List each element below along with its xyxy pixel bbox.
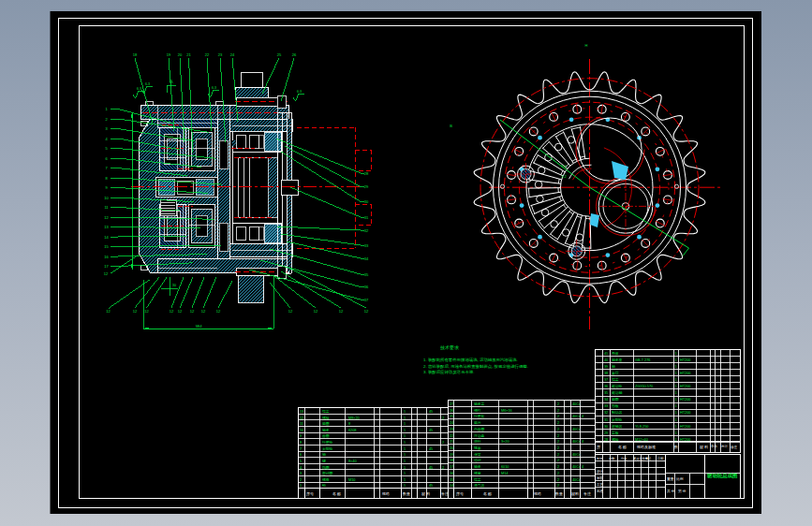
svg-text:分区: 分区: [621, 457, 627, 460]
svg-text:41: 41: [604, 352, 608, 356]
svg-text:驱动轴: 驱动轴: [611, 390, 623, 395]
svg-text:4: 4: [300, 466, 302, 470]
svg-text:2: 2: [557, 440, 559, 444]
svg-text:数: 数: [674, 445, 678, 449]
svg-text:2: 2: [557, 446, 559, 450]
svg-text:22: 22: [205, 52, 210, 57]
svg-text:太阳轮: 太阳轮: [612, 417, 623, 422]
svg-text:12: 12: [170, 309, 174, 314]
svg-text:32: 32: [604, 411, 608, 415]
svg-text:总计: 总计: [720, 445, 728, 448]
svg-text:1: 1: [675, 418, 677, 422]
svg-text:轴承: 轴承: [474, 464, 481, 469]
svg-text:2: 2: [557, 484, 559, 488]
svg-text:12: 12: [314, 309, 318, 314]
svg-text:1: 1: [404, 466, 406, 470]
svg-text:24: 24: [450, 421, 453, 425]
svg-text:设计: 设计: [597, 469, 604, 474]
svg-text:8×40: 8×40: [348, 460, 357, 463]
svg-text:1: 1: [675, 431, 677, 435]
svg-text:38: 38: [604, 372, 608, 375]
svg-text:12: 12: [104, 271, 109, 276]
svg-text:1: 1: [404, 447, 406, 451]
svg-text:轴: 轴: [612, 364, 615, 369]
svg-text:31: 31: [364, 215, 369, 220]
svg-text:联轴器: 联轴器: [612, 424, 623, 429]
svg-text:1: 1: [675, 411, 677, 415]
svg-text:34: 34: [364, 256, 369, 261]
svg-text:行星架: 行星架: [474, 414, 485, 418]
svg-text:4: 4: [582, 465, 583, 469]
svg-text:驱动轮: 驱动轮: [611, 384, 623, 388]
svg-text:端盖: 端盖: [612, 377, 619, 382]
svg-text:标记: 标记: [596, 457, 603, 460]
svg-text:39: 39: [604, 365, 608, 369]
svg-text:1: 1: [404, 422, 406, 426]
svg-text:15: 15: [450, 478, 453, 482]
svg-text:1: 1: [404, 472, 406, 475]
svg-text:35: 35: [604, 391, 608, 395]
svg-text:12: 12: [216, 309, 221, 314]
svg-text:10: 10: [300, 429, 303, 432]
svg-text:1. 装配前所有零件用煤油清洗, 滚动轴承用汽油清洗.: 1. 装配前所有零件用煤油清洗, 滚动轴承用汽油清洗.: [423, 358, 518, 362]
svg-text:6010: 6010: [501, 465, 509, 469]
svg-text:1: 1: [675, 358, 677, 362]
svg-text:32: 32: [364, 228, 369, 233]
svg-text:油封: 油封: [474, 458, 481, 462]
svg-text:45: 45: [429, 484, 433, 488]
svg-text:套筒: 套筒: [612, 371, 619, 375]
svg-text:21: 21: [186, 52, 191, 57]
svg-text:26: 26: [292, 52, 297, 57]
svg-text:35: 35: [364, 272, 369, 277]
svg-text:签名: 签名: [645, 457, 651, 460]
svg-text:螺钉: 螺钉: [474, 408, 481, 413]
svg-text:键: 键: [321, 459, 326, 463]
svg-text:384: 384: [196, 324, 203, 329]
svg-text:HT200: HT200: [680, 398, 690, 402]
svg-text:23: 23: [450, 428, 453, 431]
svg-text:轴承盖: 轴承盖: [474, 402, 485, 406]
svg-text:14: 14: [104, 235, 109, 240]
svg-text:9: 9: [300, 434, 302, 438]
svg-text:1: 1: [300, 484, 302, 488]
svg-text:2: 2: [442, 466, 444, 470]
svg-text:17: 17: [104, 264, 109, 269]
svg-text:制动器: 制动器: [612, 410, 623, 415]
svg-text:25: 25: [450, 415, 453, 418]
svg-text:45: 45: [429, 429, 433, 432]
svg-text:12: 12: [133, 309, 138, 314]
svg-text:12: 12: [201, 309, 206, 314]
svg-text:4: 4: [582, 440, 583, 444]
svg-text:40Cr: 40Cr: [572, 465, 581, 469]
svg-text:40Cr: 40Cr: [572, 478, 581, 482]
svg-text:2: 2: [557, 472, 559, 475]
svg-text:12: 12: [339, 309, 344, 314]
svg-text:行星轮: 行星轮: [322, 440, 333, 445]
svg-text:M14: M14: [501, 472, 508, 475]
svg-text:端盖: 端盖: [474, 477, 481, 482]
svg-text:2: 2: [557, 409, 559, 413]
svg-text:33: 33: [364, 243, 369, 248]
svg-text:22: 22: [450, 434, 453, 438]
svg-text:通气器: 通气器: [474, 483, 485, 488]
svg-text:2: 2: [442, 441, 444, 445]
svg-text:25: 25: [277, 52, 282, 57]
svg-text:比例: 比例: [676, 476, 684, 481]
svg-text:螺栓: 螺栓: [322, 416, 330, 420]
svg-text:工艺: 工艺: [597, 483, 604, 487]
svg-text:12: 12: [288, 309, 293, 314]
svg-text:名 称: 名 称: [483, 491, 492, 496]
svg-text:驱动轮总成图: 驱动轮总成图: [706, 473, 737, 479]
svg-text:滚针: 滚针: [474, 439, 481, 444]
svg-text:螺塞: 螺塞: [474, 471, 481, 475]
svg-text:16: 16: [104, 255, 109, 259]
svg-text:30: 30: [364, 199, 369, 204]
svg-text:1: 1: [404, 416, 406, 420]
svg-text:1: 1: [675, 372, 677, 375]
svg-text:轴承: 轴承: [322, 428, 330, 432]
svg-text:14: 14: [450, 484, 453, 488]
svg-text:轴承座: 轴承座: [612, 358, 623, 362]
svg-text:2: 2: [300, 478, 302, 482]
svg-text:规格: 规格: [534, 491, 541, 496]
svg-text:2: 2: [557, 434, 559, 438]
